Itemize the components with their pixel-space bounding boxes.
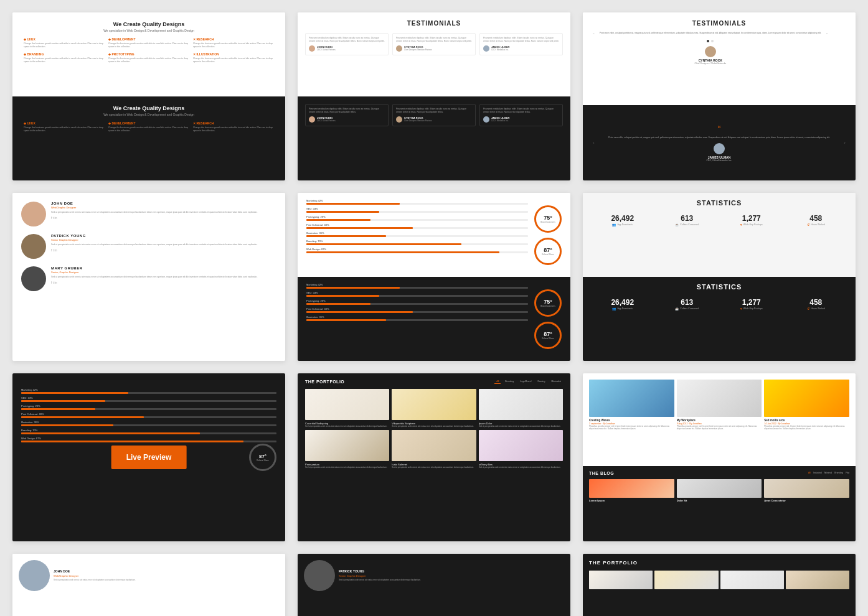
- stat-dark-87-label: Referral Share: [542, 337, 554, 340]
- skill-dark-marketing-label: Marketing 42%: [306, 283, 528, 286]
- card7-skill-print-bg: [21, 416, 276, 418]
- portfolio-tab-all[interactable]: All: [494, 380, 501, 384]
- skill-proto: Prototyping: 29%: [306, 215, 528, 221]
- portfolio-grid: Cocordial Sodtspring Sed ut perspiciatis…: [305, 389, 563, 469]
- stat-dark-hours-number: 458: [785, 298, 847, 307]
- card-bottom-2: PATRICK YOUNG Senior Graphic Designer Se…: [298, 554, 570, 616]
- card-bottom-1-content: JOHN DOE Web/Graphic Designer Sed ut per…: [19, 560, 279, 591]
- bottom-2-role: Senior Graphic Designer: [339, 574, 421, 577]
- testimonials-light-row: Praesent vestibulum dapibus nibh. Etiam …: [305, 33, 563, 55]
- blog-tab-all[interactable]: All: [808, 472, 811, 474]
- stat-coffees-icon-row: ☕ Coffees Consumed: [656, 223, 719, 226]
- portfolio-desc-2: Sed ut perspiciatis unde omnis iste natu…: [392, 425, 476, 427]
- card1-inner: We Create Quality Designs We specialize …: [12, 12, 285, 180]
- testimonial-dark-3-author: JAMES ULMAR CEO / MediaBox Inc.: [483, 116, 559, 123]
- portfolio-item-6: ut Nany Bea Sed ut perspiciatis unde omn…: [479, 430, 563, 469]
- portfolio-tab-naming[interactable]: Naming: [535, 380, 547, 384]
- nav-next-icon[interactable]: ›: [844, 140, 846, 146]
- card1-subtitle: We specialize in Web Design & Developmen…: [24, 29, 274, 32]
- testimonial-light-1-text: Praesent vestibulum dapibus nibh. Etiam …: [309, 37, 385, 43]
- blog-tab-branding[interactable]: Branding: [834, 472, 843, 474]
- card7-skill-proto: Prototyping: 29%: [21, 404, 276, 410]
- team-role-2: Senior Graphic Designer: [51, 238, 276, 241]
- team-bio-1: Sed ut perspiciatis unde omnis iste natu…: [51, 211, 276, 214]
- skill-print-bg: [306, 227, 528, 229]
- stat-downloads-desc: App Downloads: [617, 223, 633, 226]
- card7-stat-circle: 87° Referral Share: [249, 444, 276, 471]
- service-uiux-title: ◆ UI/UX: [24, 37, 105, 41]
- stat-hours-icon-row: ⏱ Hours Worked: [785, 223, 847, 226]
- team-name-3: MARY GRUBER: [51, 266, 276, 270]
- stat-pushups-icon-row: ♥ While Grip Pushups: [720, 223, 783, 226]
- stat-dark-downloads-desc: App Downloads: [617, 307, 633, 310]
- card2-title: TESTIMONIALS: [305, 20, 563, 27]
- testimonial-dark-3-text: Praesent vestibulum dapibus nibh. Etiam …: [483, 108, 559, 114]
- stat-hours-number: 458: [785, 214, 847, 223]
- stat-coffees-number: 613: [656, 214, 719, 223]
- skill-proto-bg: [306, 219, 528, 221]
- stats-circles-light: 75° Brand Customers 87° Referral Share: [534, 199, 562, 271]
- card1-light-section: We Create Quality Designs We specialize …: [12, 12, 285, 96]
- stat-pushups-number: 1,277: [720, 214, 783, 223]
- team-role-3: Senior, Graphic Designer: [51, 271, 276, 274]
- card-quality-designs: We Create Quality Designs We specialize …: [12, 12, 285, 180]
- portfolio-tab-logo[interactable]: Logo/Brand: [518, 380, 533, 384]
- live-preview-button[interactable]: Live Preview: [111, 446, 187, 469]
- blog-img-3: [764, 380, 849, 417]
- skill-illus-bar: [306, 235, 386, 237]
- stat-dark-downloads-row: 👥 App Downloads: [592, 307, 654, 310]
- service-proto: ◆ PROTOTYPING Change the business growth…: [108, 52, 189, 63]
- heart-icon: ♥: [740, 223, 742, 226]
- blog-tab-flat[interactable]: Flat: [846, 472, 849, 474]
- blog-post-text-3: Phasellus gravida semper nisl. Id amet l…: [764, 425, 849, 430]
- service-dark-dev-text: Change the business growth section with …: [108, 126, 189, 133]
- stat-dark-coffees-row: ☕ Coffees Consumed: [656, 307, 719, 310]
- portfolio-tabs: All Branding Logo/Brand Naming Minimalis…: [494, 380, 563, 384]
- card7-skill-print-label: Print Collateral: 48%: [21, 413, 276, 416]
- card3-author-block: CYNTHIA ROCK Chief Designer / GlobalNetw…: [600, 46, 821, 65]
- stats-grid-dark: 26,492 👥 App Downloads 613 ☕ Coffees Con…: [592, 298, 847, 310]
- portfolio-img-6: [479, 430, 563, 461]
- blog-tab-minimal[interactable]: Minimal: [824, 472, 832, 474]
- team-avatar-1: [21, 202, 46, 226]
- card7-stat-label: Referral Share: [257, 459, 269, 462]
- skill-brand: Branding: 70%: [306, 240, 528, 245]
- bottom-1-role: Web/Graphic Designer: [54, 574, 136, 577]
- portfolio-tab-minimal[interactable]: Minimalist: [549, 380, 563, 384]
- stats-title-light: STATISTICS: [592, 199, 847, 207]
- blog-bottom-item-title-2: Dolor Sit: [677, 499, 762, 502]
- author-role-2: Chief Designer, Meridian Partners: [404, 49, 432, 51]
- portfolio-desc-6: Sed ut perspiciatis unde omnis iste natu…: [479, 466, 563, 469]
- bottom-3-item-2: [654, 571, 718, 589]
- card1-dark-services: ◆ UI/UX Change the business growth secti…: [24, 121, 274, 133]
- portfolio-img-5: [392, 430, 476, 461]
- testimonial-light-3-author: JAMES ULMAR CEO / MediaBox Inc.: [483, 45, 559, 52]
- quote-mark-icon: “: [595, 124, 844, 134]
- author-role-3: CEO / MediaBox Inc.: [491, 49, 509, 51]
- author-dark-role-1: CEO / Global Partners: [317, 119, 336, 122]
- team-role-1: Web/Graphic Designer: [51, 206, 276, 209]
- skill-proto-label: Prototyping: 29%: [306, 215, 528, 218]
- stat-dark-downloads: 26,492 👥 App Downloads: [592, 298, 654, 310]
- card7-skill-marketing-label: Marketing 42%: [21, 388, 276, 391]
- stat-circle-87-dark: 87° Referral Share: [534, 322, 562, 349]
- card7-skill-seo: SEO: 33%: [21, 396, 276, 402]
- avatar-dark-2: [396, 116, 402, 123]
- card-bottom-3: THE PORTFOLIO: [583, 554, 856, 616]
- stats-title-dark: STATISTICS: [592, 283, 847, 291]
- bottom-2-text: PATRICK YOUNG Senior Graphic Designer Se…: [339, 569, 421, 581]
- avatar-light-3: [483, 45, 489, 52]
- testimonial-light-2-text: Praesent vestibulum dapibus nibh. Etiam …: [396, 37, 472, 43]
- team-avatar-3: [21, 266, 46, 291]
- blog-bottom-title: THE BLOG: [589, 471, 614, 475]
- card-testimonials-split: TESTIMONIALS Praesent vestibulum dapibus…: [298, 12, 570, 180]
- bottom-3-title: THE PORTFOLIO: [589, 560, 849, 566]
- card7-skill-seo-bar: [21, 400, 105, 402]
- card7-skill-proto-label: Prototyping: 29%: [21, 404, 276, 408]
- card-testimonials-single: TESTIMONIALS “ Proin sem nibh, volutpat …: [583, 12, 856, 180]
- portfolio-tab-branding[interactable]: Branding: [503, 380, 516, 384]
- testimonial-dark-2: Praesent vestibulum dapibus nibh. Etiam …: [392, 104, 476, 126]
- blog-tab-industrial[interactable]: Industrial: [813, 472, 822, 474]
- portfolio-img-3: [479, 389, 563, 420]
- service-dark-research-title: ✕ RESEARCH: [193, 121, 274, 125]
